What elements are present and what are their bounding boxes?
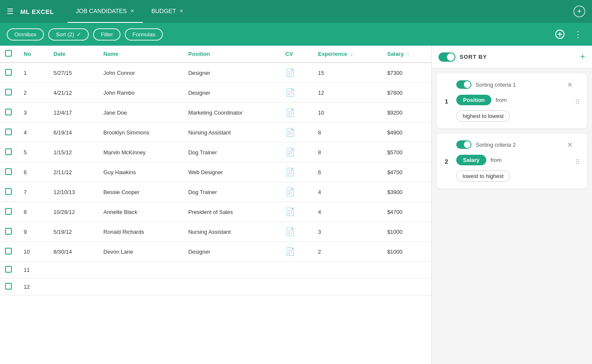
row-checkbox[interactable] [5,168,12,175]
cv-doc-icon[interactable]: 📄 [285,148,295,156]
cv-doc-icon[interactable]: 📄 [285,208,295,216]
row-checkbox-cell [0,202,17,222]
criteria-card-wrapper-2: 2 Sorting criteria 2 ✕ Salary from [444,140,580,182]
row-checkbox[interactable] [5,129,12,135]
cv-doc-icon[interactable]: 📄 [285,108,295,117]
cv-doc-icon[interactable]: 📄 [285,188,295,196]
row-checkbox[interactable] [5,89,12,96]
criteria-2-direction-area: lowest to highest [456,170,573,182]
criteria-1-toggle[interactable] [456,80,471,89]
cell-experience: 2 [311,242,381,262]
cell-salary: $4700 [381,162,431,182]
criteria-1-direction-button[interactable]: highest to lowest [456,110,510,122]
sort-criteria-card-2: 2 Sorting criteria 2 ✕ Salary from [437,134,587,189]
cell-name: Jane Doe [97,103,182,123]
table-row: 95/19/12Ronald RichardsNursing Assistant… [0,222,431,242]
cv-doc-icon[interactable]: 📄 [285,247,295,256]
cv-doc-icon[interactable]: 📄 [285,168,295,176]
tab-budget-close[interactable]: ✕ [179,8,184,14]
select-all-checkbox[interactable] [5,50,12,57]
main-layout: No Date Name Position CV Experience ↓ Sa… [0,46,592,364]
header-salary[interactable]: Salary ↑ [381,46,431,63]
cell-experience: 12 [311,83,381,103]
sort-panel-add-button[interactable]: + [580,52,585,62]
formulas-label: Formulas [132,31,155,38]
cell-experience: 10 [311,103,381,123]
formulas-button[interactable]: Formulas [125,28,163,41]
criteria-2-direction-button[interactable]: lowest to highest [456,170,510,182]
criteria-1-direction-label: highest to lowest [463,113,504,119]
sort-panel-title: SORT BY [460,54,487,60]
row-checkbox-cell [0,162,17,182]
row-checkbox[interactable] [5,69,12,76]
cv-doc-icon[interactable]: 📄 [285,88,295,97]
sort-panel-toggle[interactable] [439,52,455,62]
cell-experience: 8 [311,123,381,142]
criteria-1-content: Sorting criteria 1 ✕ Position from highe… [456,80,573,122]
row-checkbox[interactable] [5,188,12,195]
cell-date [47,262,97,279]
cell-date: 5/19/12 [47,222,97,242]
table-row: 712/10/13Bessie CooperDog Trainer📄4$3900 [0,182,431,202]
criteria-2-close[interactable]: ✕ [567,141,573,149]
cell-no: 8 [17,202,47,222]
cell-no: 6 [17,162,47,182]
cell-name: Bessie Cooper [97,182,182,202]
cell-position [181,262,279,279]
row-checkbox[interactable] [5,148,12,155]
row-checkbox[interactable] [5,228,12,235]
criteria-2-tag[interactable]: Salary [456,155,486,165]
row-checkbox-cell [0,262,17,279]
cell-experience: 4 [311,182,381,202]
cell-position [181,279,279,296]
tab-job-candidates-close[interactable]: ✕ [130,8,134,14]
sort-button[interactable]: Sort (2) ✓ [48,28,89,41]
cv-doc-icon[interactable]: 📄 [285,227,295,236]
add-tab-area: + [573,5,585,17]
app-title: ML EXCEL [20,8,54,15]
cv-doc-icon[interactable]: 📄 [285,68,295,77]
cell-name [97,279,182,296]
cell-no: 9 [17,222,47,242]
filter-button[interactable]: Filter [93,28,121,41]
cell-salary: $3900 [381,182,431,202]
criteria-1-close[interactable]: ✕ [567,81,573,89]
criteria-2-toggle[interactable] [456,140,471,149]
header-experience[interactable]: Experience ↓ [311,46,381,63]
cell-name: Marvin McKinney [97,142,182,162]
row-checkbox[interactable] [5,266,12,273]
criteria-1-drag-handle[interactable]: ⠿ [575,80,580,122]
criteria-2-body: Salary from [456,155,573,165]
row-checkbox[interactable] [5,208,12,215]
header-cv: CV [279,46,311,63]
tab-budget[interactable]: BUDGET ✕ [143,0,192,23]
omnibox-button[interactable]: Omnibox [7,28,44,41]
cell-position: Web Designer [181,162,279,182]
criteria-1-number: 1 [445,98,448,105]
cell-salary: $9200 [381,103,431,123]
add-row-button[interactable] [553,27,567,41]
cv-doc-icon[interactable]: 📄 [285,128,295,137]
row-checkbox-cell [0,279,17,296]
cell-salary: $7800 [381,83,431,103]
add-tab-button[interactable]: + [573,5,585,17]
hamburger-icon[interactable]: ☰ [7,7,14,16]
row-checkbox[interactable] [5,109,12,115]
criteria-2-drag-handle[interactable]: ⠿ [575,140,580,182]
cell-no: 12 [17,279,47,296]
row-checkbox-cell [0,103,17,123]
cell-date: 5/27/15 [47,63,97,83]
cell-cv [279,279,311,296]
cell-salary: $4700 [381,202,431,222]
table-area: No Date Name Position CV Experience ↓ Sa… [0,46,431,364]
omnibox-label: Omnibox [14,31,36,38]
row-checkbox[interactable] [5,283,12,290]
table-row: 11 [0,262,431,279]
cell-experience: 15 [311,63,381,83]
more-options-button[interactable]: ⋮ [572,27,585,41]
criteria-1-tag[interactable]: Position [456,95,491,105]
criteria-2-content: Sorting criteria 2 ✕ Salary from lowest … [456,140,573,182]
row-checkbox[interactable] [5,248,12,255]
tab-job-candidates[interactable]: JOB CANDIDATES ✕ [68,0,143,23]
header-name: Name [97,46,182,63]
